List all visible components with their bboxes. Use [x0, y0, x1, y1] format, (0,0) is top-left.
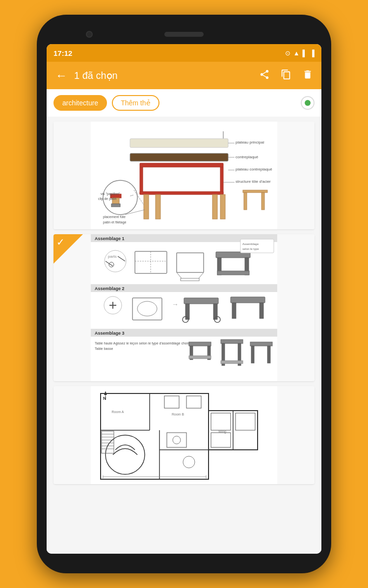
phone-top — [47, 24, 321, 44]
copy-button[interactable] — [279, 69, 293, 82]
app-bar-title: 1 đã chọn — [74, 70, 253, 81]
svg-text:Room B: Room B — [172, 413, 184, 416]
svg-text:Table basse: Table basse — [95, 347, 113, 350]
status-bar: 17:12 ⊙ ▲ ▌ ▐ — [47, 44, 321, 62]
svg-text:patin et filetage: patin et filetage — [103, 220, 127, 224]
image-card-1[interactable]: plateau principal contreplaqué plateau c… — [53, 122, 315, 229]
svg-rect-64 — [184, 298, 218, 304]
checkmark-icon: ✓ — [56, 237, 65, 247]
image-card-2[interactable]: ✓ Assemblage 1 parts — [53, 234, 315, 381]
svg-rect-85 — [251, 346, 254, 363]
delete-button[interactable] — [301, 69, 315, 82]
svg-rect-9 — [156, 195, 160, 219]
image-card-3[interactable]: N Room A Room B Wing — [53, 386, 315, 484]
add-tag-button[interactable]: Thêm thẻ — [112, 95, 159, 111]
svg-rect-19 — [111, 204, 120, 207]
svg-text:Assemblage 3: Assemblage 3 — [95, 331, 125, 336]
svg-rect-79 — [189, 356, 211, 359]
tag-row: architecture Thêm thẻ — [47, 89, 321, 117]
back-button[interactable]: ← — [53, 69, 69, 82]
table-exploded-diagram: plateau principal contreplaqué plateau c… — [53, 122, 315, 229]
svg-rect-12 — [243, 190, 267, 193]
image-list: plateau principal contreplaqué plateau c… — [47, 117, 321, 489]
svg-rect-7 — [140, 192, 223, 195]
svg-text:Assemblage 2: Assemblage 2 — [95, 286, 125, 291]
svg-rect-11 — [220, 195, 225, 219]
svg-rect-14 — [262, 193, 264, 210]
share-button[interactable] — [258, 69, 271, 82]
image-card-3-content: N Room A Room B Wing — [53, 386, 315, 484]
phone-frame: 17:12 ⊙ ▲ ▌ ▐ ← 1 đã chọn — [37, 15, 331, 573]
svg-rect-83 — [221, 361, 243, 364]
svg-text:clip de patin: clip de patin — [98, 197, 116, 201]
svg-rect-86 — [267, 346, 270, 363]
svg-text:→: → — [172, 300, 179, 308]
svg-rect-52 — [217, 271, 249, 275]
svg-rect-6 — [220, 167, 223, 194]
location-icon: ⊙ — [285, 49, 290, 57]
svg-rect-84 — [250, 342, 272, 346]
green-dot-indicator[interactable] — [301, 96, 315, 110]
phone-camera — [86, 31, 93, 38]
green-dot-inner — [305, 100, 311, 106]
svg-text:Assemblage: Assemblage — [242, 243, 259, 245]
svg-text:Wing: Wing — [218, 430, 226, 434]
svg-rect-69 — [231, 297, 265, 303]
status-icons: ⊙ ▲ ▌ ▐ — [285, 49, 315, 57]
svg-text:Assemblage 1: Assemblage 1 — [95, 236, 125, 241]
svg-text:parts: parts — [108, 254, 117, 259]
svg-rect-71 — [260, 303, 263, 318]
svg-text:N: N — [103, 396, 106, 401]
svg-rect-80 — [221, 340, 243, 343]
status-time: 17:12 — [53, 49, 72, 57]
svg-rect-8 — [144, 195, 149, 219]
svg-rect-87 — [91, 386, 277, 484]
svg-text:Room A: Room A — [112, 410, 124, 414]
svg-rect-13 — [244, 193, 247, 210]
app-bar-actions — [258, 69, 315, 82]
phone-screen: 17:12 ⊙ ▲ ▌ ▐ ← 1 đã chọn — [47, 44, 321, 554]
app-bar: ← 1 đã chọn — [47, 62, 321, 89]
svg-text:structure tôle d'acier: structure tôle d'acier — [236, 179, 271, 184]
svg-text:vis "papillon": vis "papillon" — [101, 192, 120, 196]
floor-plan-diagram: N Room A Room B Wing — [53, 386, 315, 484]
assemblage-diagram: Assemblage 1 parts — [53, 234, 315, 381]
svg-text:Table haute  Agissez le leçon : Table haute Agissez le leçon selon le ty… — [95, 342, 190, 345]
svg-rect-10 — [212, 195, 217, 219]
svg-text:selon le type: selon le type — [242, 247, 259, 250]
signal-icon: ▌ — [303, 49, 307, 57]
phone-speaker — [164, 32, 204, 37]
battery-icon: ▐ — [310, 49, 315, 57]
svg-rect-4 — [140, 163, 223, 167]
svg-rect-2 — [130, 139, 228, 147]
svg-rect-70 — [232, 303, 236, 318]
tag-architecture[interactable]: architecture — [53, 95, 107, 111]
svg-rect-3 — [130, 153, 228, 161]
svg-rect-5 — [140, 167, 143, 194]
svg-text:plateau contreplaqué: plateau contreplaqué — [236, 167, 272, 172]
svg-rect-53 — [240, 239, 274, 253]
svg-text:contreplaqué: contreplaqué — [236, 155, 259, 159]
image-card-2-content: Assemblage 1 parts — [53, 234, 315, 381]
content-area: architecture Thêm thẻ — [47, 89, 321, 554]
svg-text:placement fûte: placement fûte — [103, 215, 126, 219]
svg-text:plateau principal: plateau principal — [236, 140, 264, 145]
image-card-1-content: plateau principal contreplaqué plateau c… — [53, 122, 315, 229]
svg-rect-76 — [189, 342, 211, 346]
wifi-icon: ▲ — [293, 49, 300, 57]
